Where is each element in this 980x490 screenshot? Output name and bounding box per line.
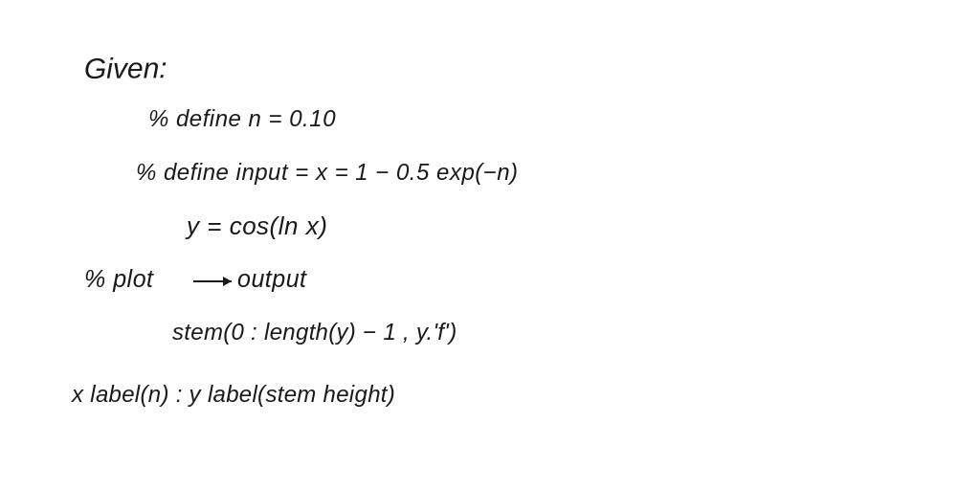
line1-text: % define n = 0.10: [148, 105, 336, 131]
arrow-head: [223, 277, 232, 286]
notes-svg: Given: % define n = 0.10 % define input …: [48, 29, 980, 490]
given-label: Given:: [84, 52, 167, 84]
line3-text: y = cos(ln x): [185, 212, 327, 240]
line6-text: x label(n) : y label(stem height): [71, 381, 395, 407]
line4-text: % plot: [84, 265, 154, 292]
line5-text: stem(0 : length(y) − 1 , y.'f'): [172, 319, 457, 345]
line4-output: output: [237, 265, 307, 292]
line2-text: % define input = x = 1 − 0.5 exp(−n): [136, 159, 519, 185]
page-container: Given: % define n = 0.10 % define input …: [0, 0, 980, 490]
